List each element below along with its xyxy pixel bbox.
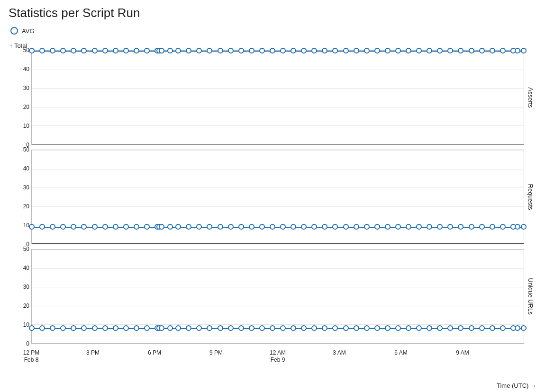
data-point[interactable] [29,48,35,53]
data-point[interactable] [259,48,265,53]
data-point[interactable] [416,224,422,230]
data-point[interactable] [159,325,164,331]
data-point[interactable] [343,325,349,331]
data-point[interactable] [458,48,463,53]
data-point[interactable] [102,325,108,331]
data-point[interactable] [134,325,139,331]
data-point[interactable] [238,325,244,331]
data-point[interactable] [50,325,55,331]
data-point[interactable] [332,48,338,53]
data-point[interactable] [354,224,359,230]
data-point[interactable] [270,325,275,331]
data-point[interactable] [50,48,55,53]
data-point[interactable] [479,325,485,331]
data-point[interactable] [322,325,327,331]
data-point[interactable] [113,48,118,53]
data-point[interactable] [238,224,244,230]
data-point[interactable] [374,48,380,53]
data-point[interactable] [374,224,380,230]
data-point[interactable] [458,224,463,230]
data-point[interactable] [259,224,265,230]
data-point[interactable] [29,325,35,331]
data-point[interactable] [113,325,118,331]
data-point[interactable] [280,325,286,331]
data-point[interactable] [332,224,338,230]
data-point[interactable] [437,224,443,230]
data-point[interactable] [92,48,98,53]
data-point[interactable] [39,48,45,53]
data-point[interactable] [500,325,506,331]
data-point[interactable] [447,224,453,230]
data-point[interactable] [291,224,296,230]
data-point[interactable] [29,224,35,230]
data-point[interactable] [123,325,129,331]
data-point[interactable] [500,224,506,230]
data-point[interactable] [167,325,173,331]
data-point[interactable] [167,224,173,230]
data-point[interactable] [301,224,307,230]
data-point[interactable] [447,48,453,53]
data-point[interactable] [92,325,98,331]
data-point[interactable] [322,224,327,230]
data-point[interactable] [437,48,443,53]
plot-area[interactable] [31,50,524,145]
data-point[interactable] [102,224,108,230]
data-point[interactable] [427,224,432,230]
data-point[interactable] [332,325,338,331]
data-point[interactable] [228,48,234,53]
data-point[interactable] [218,325,223,331]
data-point[interactable] [301,325,307,331]
data-point[interactable] [490,48,495,53]
data-point[interactable] [186,224,191,230]
data-point[interactable] [291,48,296,53]
data-point[interactable] [196,224,202,230]
data-point[interactable] [479,224,485,230]
data-point[interactable] [395,325,401,331]
data-point[interactable] [437,325,443,331]
data-point[interactable] [144,224,150,230]
data-point[interactable] [228,325,234,331]
data-point[interactable] [469,224,474,230]
data-point[interactable] [167,48,173,53]
data-point[interactable] [196,325,202,331]
data-point[interactable] [92,224,98,230]
data-point[interactable] [123,48,129,53]
data-point[interactable] [175,48,181,53]
data-point[interactable] [159,48,164,53]
data-point[interactable] [60,224,66,230]
data-point[interactable] [81,224,87,230]
data-point[interactable] [81,48,87,53]
data-point[interactable] [71,48,76,53]
data-point[interactable] [249,224,254,230]
data-point[interactable] [515,48,520,53]
data-point[interactable] [364,48,370,53]
data-point[interactable] [134,48,139,53]
data-point[interactable] [175,224,181,230]
data-point[interactable] [301,48,307,53]
data-point[interactable] [218,224,223,230]
data-point[interactable] [102,48,108,53]
data-point[interactable] [113,224,118,230]
data-point[interactable] [343,48,349,53]
data-point[interactable] [322,48,327,53]
data-point[interactable] [291,325,296,331]
data-point[interactable] [311,325,317,331]
data-point[interactable] [259,325,265,331]
data-point[interactable] [354,325,359,331]
data-point[interactable] [144,48,150,53]
data-point[interactable] [395,224,401,230]
data-point[interactable] [186,48,191,53]
data-point[interactable] [60,325,66,331]
data-point[interactable] [479,48,485,53]
data-point[interactable] [385,224,391,230]
data-point[interactable] [385,48,391,53]
data-point[interactable] [458,325,463,331]
data-point[interactable] [186,325,191,331]
data-point[interactable] [490,325,495,331]
data-point[interactable] [81,325,87,331]
data-point[interactable] [134,224,139,230]
data-point[interactable] [406,48,411,53]
data-point[interactable] [343,224,349,230]
data-point[interactable] [249,325,254,331]
data-point[interactable] [416,325,422,331]
